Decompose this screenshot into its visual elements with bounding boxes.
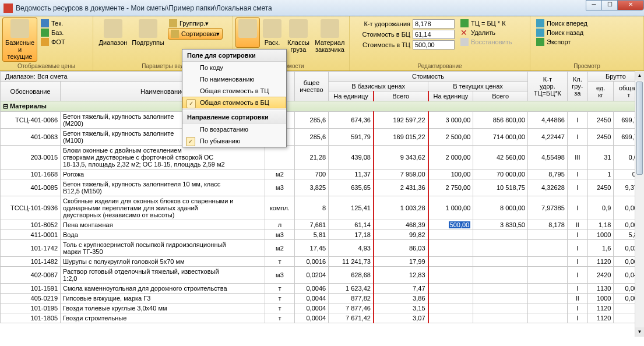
square-icon	[41, 29, 49, 37]
table-row[interactable]: ТСЦ-401-0066Бетон тяжелый, крупность зап…	[1, 112, 644, 129]
minimize-button[interactable]: ─	[586, 0, 602, 10]
table-row[interactable]: 405-0219Гипсовые вяжущие, марка Г3т0,004…	[1, 294, 644, 303]
table-row[interactable]: 101-1805Гвозди строительныет0,00047 671,…	[1, 313, 644, 323]
prices-base-current-button[interactable]: Базисные и текущие	[2, 17, 37, 62]
table-icon	[10, 19, 29, 38]
delete-icon: ✕	[460, 29, 469, 37]
sort-dropdown[interactable]: Сортировка ▾	[168, 28, 223, 40]
table-row[interactable]: ТССЦ-101-0936Скобяные изделия для оконны…	[1, 196, 644, 220]
customer-material-button[interactable]: Материал заказчика	[312, 17, 347, 55]
range-icon	[104, 19, 122, 38]
sort-menu: Поле для сортировки По коду По наименова…	[182, 49, 287, 147]
window-title: Ведомость ресурсов в документе - Мои сме…	[16, 4, 272, 12]
material-icon	[321, 19, 339, 38]
check-icon: ✓	[186, 137, 195, 146]
search-back-button[interactable]: Поиск назад	[535, 28, 589, 37]
delete-button[interactable]: ✕Удалить	[459, 28, 513, 37]
cargo-class-button[interactable]: Классы груза	[284, 17, 312, 55]
vertical-scrollbar[interactable]: ▲ ▼	[635, 71, 644, 337]
fot-checkbox[interactable]: ФОТ	[40, 37, 66, 47]
export-icon	[536, 38, 544, 46]
table-row[interactable]: 203-0015Блоки оконные с двойным остеклен…	[1, 146, 644, 170]
close-button[interactable]: ✕	[617, 0, 644, 10]
search-icon	[536, 19, 544, 27]
sort-by-code[interactable]: По коду	[182, 62, 286, 73]
expand-icon	[238, 19, 257, 38]
search-icon	[536, 29, 544, 37]
sort-desc[interactable]: ✓По убыванию	[182, 135, 286, 147]
sort-by-total-tc[interactable]: Общая стоимость в ТЦ	[182, 85, 286, 97]
baz-checkbox[interactable]: Баз.	[40, 28, 66, 37]
table-row[interactable]: 401-0085Бетон тяжелый, крупность заполни…	[1, 179, 644, 196]
table-row[interactable]: 411-0001Водам35,8117,1899,82I10005,81	[1, 230, 644, 240]
scroll-down-arrow[interactable]: ▼	[635, 327, 644, 337]
restore-button[interactable]: Восстановить	[459, 37, 513, 47]
expand-button[interactable]	[235, 17, 260, 48]
range-button[interactable]: Диапазон	[96, 17, 131, 48]
table-row[interactable]: 101-1742Толь с крупнозернистой посыпкой …	[1, 240, 644, 257]
scroll-up-arrow[interactable]: ▲	[635, 71, 644, 80]
group-row[interactable]: ⊟ Материалы	[1, 101, 644, 112]
table-row[interactable]: 101-1668Рогожам270011,377 959,00100,0070…	[1, 170, 644, 179]
search-forward-button[interactable]: Поиск вперед	[535, 19, 589, 28]
resources-table[interactable]: Диапазон: Вся смета бщее ичество Стоимос…	[0, 71, 644, 323]
window-titlebar: Ведомость ресурсов в документе - Мои сме…	[0, 0, 644, 16]
maximize-button[interactable]: ☐	[601, 0, 618, 10]
stc-input[interactable]	[413, 40, 455, 50]
kud-input[interactable]	[413, 19, 455, 29]
subgroups-icon	[139, 19, 157, 38]
table-row[interactable]: 101-1482Шурупы с полукруглой головкой 5x…	[1, 257, 644, 267]
tc-formula-button[interactable]: ТЦ = БЦ * К	[459, 19, 513, 28]
group-icon	[169, 19, 177, 27]
sort-asc[interactable]: По возрастанию	[182, 123, 286, 135]
ribbon: Базисные и текущие Тек. Баз. ФОТ Отображ…	[0, 16, 644, 71]
table-row[interactable]: 101-1591Смола каменноугольная для дорожн…	[1, 284, 644, 294]
restore-icon	[460, 38, 469, 46]
square-icon	[41, 19, 49, 27]
export-button[interactable]: Экспорт	[535, 37, 589, 47]
sort-by-name[interactable]: По наименованию	[182, 73, 286, 85]
rask-icon	[263, 19, 281, 38]
sort-by-total-bc[interactable]: ✓Общая стоимость в БЦ	[182, 97, 286, 108]
formula-icon	[460, 19, 469, 27]
table-row[interactable]: 402-0087Раствор готовый отделочный тяжел…	[1, 267, 644, 284]
classes-icon	[289, 19, 308, 38]
table-row[interactable]: 101-8052Пена монтажнаял7,66161,14468,395…	[1, 220, 644, 230]
subgroups-button[interactable]: Подгруппы	[131, 17, 166, 48]
sbc-input[interactable]	[413, 30, 455, 39]
square-icon	[41, 38, 49, 46]
group-dropdown[interactable]: Группир. ▾	[168, 19, 223, 28]
table-row[interactable]: 401-0063Бетон тяжелый, крупность заполни…	[1, 129, 644, 146]
scroll-thumb[interactable]	[636, 82, 643, 175]
app-icon	[3, 3, 13, 13]
grid-container: Диапазон: Вся смета бщее ичество Стоимос…	[0, 71, 644, 346]
sort-icon	[171, 30, 179, 38]
rask-button[interactable]: Раск.	[260, 17, 284, 48]
check-icon: ✓	[186, 99, 196, 108]
table-row[interactable]: 101-0195Гвозди толевые круглые 3,0x40 мм…	[1, 303, 644, 313]
tek-checkbox[interactable]: Тек.	[40, 19, 66, 28]
